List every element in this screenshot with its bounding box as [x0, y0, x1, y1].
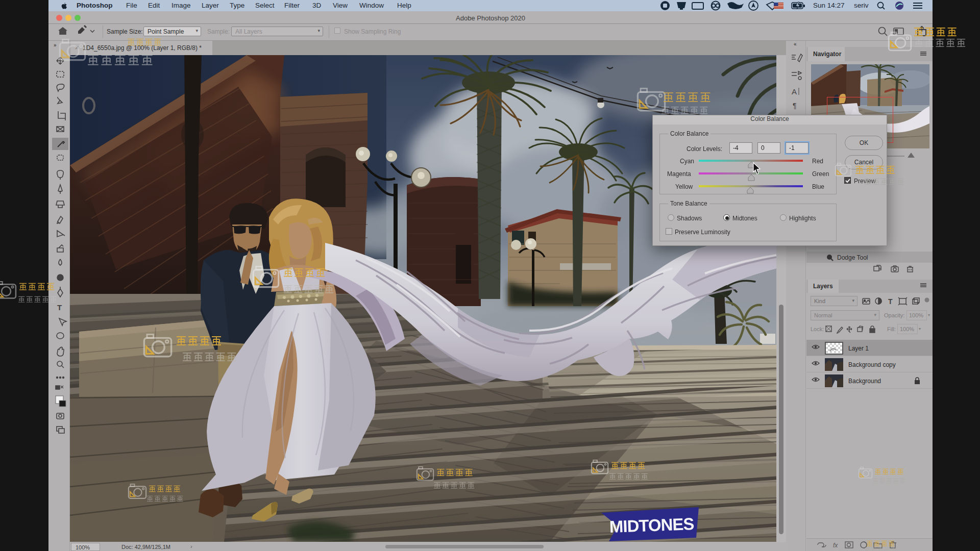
svg-text:T: T — [888, 297, 893, 306]
svg-text:fx: fx — [833, 542, 838, 549]
svg-text:»: » — [54, 42, 57, 48]
svg-text:A: A — [792, 87, 797, 96]
svg-text:MIDTONES: MIDTONES — [609, 514, 694, 536]
svg-text:¶: ¶ — [793, 102, 797, 110]
svg-text:«: « — [794, 41, 797, 47]
svg-text:T: T — [57, 303, 62, 312]
